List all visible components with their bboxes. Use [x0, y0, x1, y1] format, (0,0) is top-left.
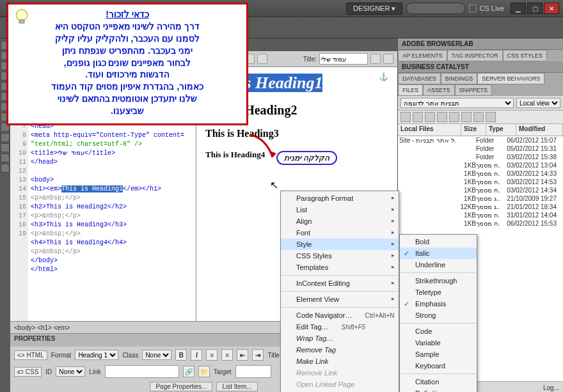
menu-item[interactable]: Strikethrough	[400, 275, 477, 286]
col-type[interactable]: Type	[486, 124, 516, 136]
menu-item[interactable]: InContext Editing	[281, 278, 399, 289]
tab-css-styles[interactable]: CSS STYLES	[503, 50, 548, 61]
italic-button[interactable]: I	[191, 349, 202, 361]
file-row[interactable]: 1KB ח מסמך...31/01/2012 14:04	[398, 211, 563, 219]
menu-item[interactable]: Edit Tag …Shift+F5	[281, 321, 399, 333]
minimize-button[interactable]: ▁	[511, 3, 526, 14]
file-row[interactable]: 1KB ח מסמך...03/02/2012 13:04	[398, 161, 563, 169]
menu-item[interactable]: Underline	[400, 259, 477, 270]
menu-item[interactable]: Citation	[400, 376, 477, 388]
file-row[interactable]: 1KB ח מסמך...06/02/2012 15:53	[398, 219, 563, 228]
tab-ap-elements[interactable]: AP ELEMENTS	[398, 50, 447, 61]
cslive-button[interactable]: CS Live	[469, 4, 504, 12]
link-icon[interactable]: 🔗	[183, 366, 194, 377]
put-icon[interactable]	[437, 112, 447, 122]
tab-snippets[interactable]: SNIPPETS	[455, 84, 493, 96]
checkout-icon[interactable]	[449, 112, 459, 122]
list-item-button[interactable]: List Item...	[216, 382, 257, 391]
maximize-button[interactable]: ▢	[527, 3, 543, 14]
menu-item[interactable]: Italic	[400, 247, 477, 259]
col-size[interactable]: Size	[461, 124, 486, 136]
tool-icon[interactable]	[1, 133, 10, 142]
file-row[interactable]: 1KB ח מסמך...03/02/2012 14:33	[398, 169, 563, 178]
file-row[interactable]: 12KB ג מסמך...21/01/2012 18:34	[398, 203, 563, 211]
menu-item[interactable]: Bold	[400, 236, 477, 247]
menu-item[interactable]: Code	[400, 325, 477, 337]
tool-icon[interactable]	[1, 153, 10, 162]
tab-files[interactable]: FILES	[398, 84, 423, 96]
menu-item[interactable]: Element View	[281, 294, 399, 305]
heading3[interactable]: This is Heading3	[205, 128, 388, 139]
menu-item[interactable]: Definition	[400, 388, 477, 392]
menu-item[interactable]: Make Link	[281, 356, 399, 367]
close-button[interactable]: ✕	[544, 3, 559, 14]
menu-item[interactable]: Align	[281, 216, 399, 227]
toolbar-icon[interactable]	[370, 54, 381, 64]
menu-item[interactable]: Wrap Tag…	[281, 333, 399, 344]
col-modified[interactable]: Modified	[516, 124, 563, 136]
menu-item[interactable]: Font	[281, 227, 399, 239]
connect-icon[interactable]	[400, 112, 411, 122]
folder-icon[interactable]: 📁	[198, 366, 210, 377]
expand-icon[interactable]	[486, 112, 496, 122]
page-properties-button[interactable]: Page Properties...	[150, 382, 212, 391]
tab-databases[interactable]: DATABASES	[398, 73, 441, 84]
menu-item[interactable]: Variable	[400, 337, 477, 349]
css-mode-button[interactable]: 🏷 CSS	[14, 367, 42, 377]
view-select[interactable]: Local view	[516, 98, 560, 108]
bold-button[interactable]: B	[175, 349, 187, 361]
class-select[interactable]: None	[142, 350, 171, 360]
menu-item[interactable]: Teletype	[400, 286, 477, 298]
file-row[interactable]: 1KB ח מסמך...03/02/2012 14:34	[398, 186, 563, 194]
refresh-icon[interactable]	[413, 112, 423, 122]
file-row[interactable]: 1KB ג מסמך...21/10/2009 19:27	[398, 194, 563, 203]
checkin-icon[interactable]	[461, 112, 472, 122]
get-icon[interactable]	[425, 112, 435, 122]
list-icon[interactable]: ≡	[206, 349, 218, 361]
tab-server-behaviors[interactable]: SERVER BEHAVIORS	[477, 73, 544, 84]
search-box[interactable]	[406, 3, 465, 14]
menu-item[interactable]: Templates	[281, 262, 399, 273]
menu-item[interactable]: Strong	[400, 310, 477, 321]
menu-item[interactable]: Keyboard	[400, 360, 477, 372]
menu-item[interactable]: Paragraph Format	[281, 192, 399, 204]
toolbar-icon[interactable]	[383, 54, 393, 64]
tool-icon[interactable]	[1, 143, 10, 152]
title-input[interactable]	[319, 53, 368, 65]
link-input[interactable]	[105, 365, 179, 378]
menu-item[interactable]: Remove Link	[281, 367, 399, 379]
file-row[interactable]: Folder05/02/2012 15:31	[398, 145, 563, 153]
tag-path[interactable]: <body> <h1> <em>	[14, 324, 70, 331]
tab-assets[interactable]: ASSETS	[423, 84, 455, 96]
menu-item[interactable]: List	[281, 204, 399, 216]
format-select[interactable]: Heading 1	[75, 350, 118, 360]
tab-tag-inspector[interactable]: TAG INSPECTOR	[447, 50, 503, 61]
menu-item[interactable]: Open Linked Page	[281, 379, 399, 390]
outdent-icon[interactable]: ⇤	[237, 349, 248, 361]
tab-bindings[interactable]: BINDINGS	[441, 73, 478, 84]
file-row[interactable]: 1KB ח מסמך...03/02/2012 14:53	[398, 178, 563, 186]
menu-item[interactable]: Code Navigator…Ctrl+Alt+N	[281, 310, 399, 321]
accordion-browserlab[interactable]: ADOBE BROWSERLAB	[398, 38, 563, 50]
workspace-dropdown[interactable]: DESIGNER ▾	[346, 3, 403, 15]
col-name[interactable]: Local Files	[398, 124, 461, 136]
toolbar-icon[interactable]	[257, 54, 267, 64]
indent-icon[interactable]: ⇥	[252, 349, 264, 361]
accordion-business-catalyst[interactable]: BUSINESS CATALYST	[398, 61, 563, 73]
target-input[interactable]	[235, 365, 271, 378]
id-select[interactable]: None	[56, 366, 85, 377]
menu-item[interactable]: Remove Tag	[281, 344, 399, 356]
menu-item[interactable]: Style	[281, 239, 399, 250]
menu-item[interactable]: Emphasis	[400, 298, 477, 310]
log-link[interactable]: Log...	[543, 384, 559, 391]
sync-icon[interactable]	[473, 112, 484, 122]
panel-tabs: DATABASES BINDINGS SERVER BEHAVIORS	[398, 73, 563, 84]
file-row[interactable]: Folder03/02/2012 15:38	[398, 153, 563, 161]
tool-icon[interactable]	[1, 164, 10, 173]
site-select[interactable]: תבניות אתר לדוגמה	[400, 98, 514, 108]
list-icon[interactable]: ≡	[221, 349, 233, 361]
menu-item[interactable]: CSS Styles	[281, 250, 399, 262]
menu-item[interactable]: Sample	[400, 349, 477, 360]
file-row[interactable]: Site - ל אתר תבניות... Folder06/02/2012 …	[398, 136, 563, 145]
html-mode-button[interactable]: <> HTML	[14, 350, 47, 360]
